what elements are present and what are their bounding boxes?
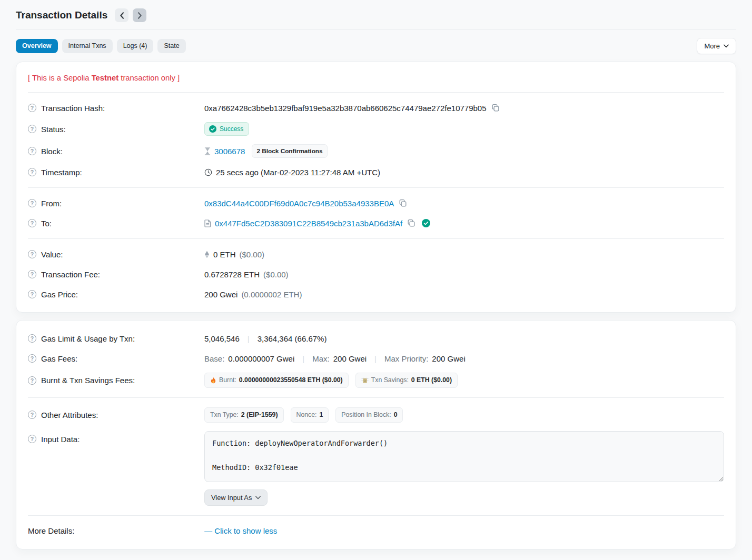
- nonce-badge: Nonce: 1: [291, 407, 329, 423]
- tab-internal-txns[interactable]: Internal Txns: [62, 39, 113, 53]
- page: Transaction Details Overview Internal Tx…: [0, 0, 752, 560]
- transaction-hash-label: Transaction Hash:: [41, 104, 105, 113]
- help-icon[interactable]: ?: [28, 147, 36, 155]
- next-transaction-button[interactable]: [133, 8, 146, 22]
- position-in-block-badge: Position In Block: 0: [335, 407, 403, 423]
- testnet-notice-prefix: [ This is a Sepolia: [28, 74, 92, 82]
- base-fee-label: Base:: [204, 354, 224, 363]
- copy-to-address-button[interactable]: [406, 218, 417, 228]
- input-data-row: ? Input Data: Function: deployNewOperato…: [28, 427, 724, 510]
- other-attributes-label-group: ? Other Attributes:: [28, 411, 204, 419]
- txn-type-label: Txn Type:: [210, 411, 239, 419]
- transaction-footnote: A transaction is a cryptographically sig…: [16, 557, 736, 560]
- timestamp-value: 25 secs ago (Mar-02-2023 11:27:48 AM +UT…: [216, 168, 380, 177]
- more-dropdown-label: More: [704, 42, 720, 50]
- txn-savings-value: 0 ETH ($0.00): [411, 376, 452, 384]
- copy-icon: [407, 219, 415, 227]
- tab-logs[interactable]: Logs (4): [117, 39, 154, 53]
- txn-type-value: 2 (EIP-1559): [241, 411, 278, 419]
- page-header: Transaction Details: [16, 0, 736, 30]
- success-check-icon: [209, 125, 216, 133]
- help-icon[interactable]: ?: [28, 168, 36, 176]
- help-icon[interactable]: ?: [28, 250, 36, 258]
- view-input-as-button[interactable]: View Input As: [204, 489, 268, 506]
- help-icon[interactable]: ?: [28, 270, 36, 278]
- txn-savings-badge: Txn Savings: 0 ETH ($0.00): [355, 373, 458, 388]
- from-row: ? From: 0x83dC44a4C00DFf69d0A0c7c94B20b5…: [28, 193, 724, 213]
- flame-icon: [210, 377, 216, 384]
- divider: [28, 515, 724, 516]
- transaction-hash-row: ? Transaction Hash: 0xa7662428c3b5eb1329…: [28, 98, 724, 118]
- chevron-left-icon: [120, 12, 124, 19]
- page-title: Transaction Details: [16, 9, 107, 21]
- help-icon[interactable]: ?: [28, 334, 36, 343]
- copy-hash-button[interactable]: [490, 103, 501, 113]
- help-icon[interactable]: ?: [28, 125, 36, 133]
- value-amount: 0 ETH: [213, 250, 236, 259]
- more-dropdown-button[interactable]: More: [697, 38, 736, 54]
- transaction-fee-label: Transaction Fee:: [41, 270, 100, 279]
- gas-limit-value: 5,046,546: [204, 334, 240, 343]
- separator: |: [302, 354, 304, 363]
- gas-price-label-group: ? Gas Price:: [28, 290, 204, 299]
- previous-transaction-button[interactable]: [115, 8, 128, 22]
- help-icon[interactable]: ?: [28, 376, 36, 385]
- divider: [28, 92, 724, 93]
- position-in-block-value: 0: [394, 411, 398, 419]
- copy-icon: [491, 104, 500, 112]
- value-label: Value:: [41, 250, 63, 259]
- timestamp-label: Timestamp:: [41, 168, 82, 177]
- contract-icon: [204, 219, 211, 227]
- status-badge-label: Success: [220, 126, 243, 132]
- gas-limit-row: ? Gas Limit & Usage by Txn: 5,046,546 | …: [28, 328, 724, 348]
- max-priority-fee-label: Max Priority:: [384, 354, 428, 363]
- value-label-group: ? Value:: [28, 250, 204, 259]
- input-data-textarea[interactable]: Function: deployNewOperatorAndForwarder(…: [204, 431, 724, 482]
- help-icon[interactable]: ?: [28, 354, 36, 363]
- tab-state[interactable]: State: [157, 39, 185, 53]
- transaction-hash-value: 0xa7662428c3b5eb1329fbaf919e5a32b3870ab6…: [204, 104, 487, 113]
- timestamp-row: ? Timestamp: 25 secs ago (Mar-02-2023 11…: [28, 162, 724, 182]
- nonce-value: 1: [319, 411, 323, 419]
- help-icon[interactable]: ?: [28, 199, 36, 207]
- testnet-notice-suffix: transaction only ]: [118, 74, 180, 82]
- value-row: ? Value: 0 ETH ($0.00): [28, 244, 724, 264]
- more-details-label-group: More Details:: [28, 526, 204, 535]
- block-label: Block:: [41, 147, 63, 156]
- position-in-block-label: Position In Block:: [341, 411, 391, 419]
- chevron-down-icon: [724, 44, 729, 48]
- transaction-fee-row: ? Transaction Fee: 0.6728728 ETH ($0.00): [28, 264, 724, 284]
- gas-used-value: 3,364,364 (66.67%): [258, 334, 327, 343]
- burnt-fees-label-group: ? Burnt & Txn Savings Fees:: [28, 376, 204, 385]
- transaction-fee-label-group: ? Transaction Fee:: [28, 270, 204, 279]
- gas-price-eth: (0.0000002 ETH): [241, 290, 302, 299]
- block-row: ? Block: 3006678 2 Block Confirmations: [28, 140, 724, 162]
- burnt-value: 0.00000000023550548 ETH ($0.00): [239, 376, 343, 384]
- help-icon[interactable]: ?: [28, 411, 36, 419]
- tab-list: Overview Internal Txns Logs (4) State: [16, 39, 186, 53]
- help-icon[interactable]: ?: [28, 219, 36, 227]
- hourglass-icon: [204, 147, 211, 155]
- help-icon[interactable]: ?: [28, 104, 36, 112]
- from-address-link[interactable]: 0x83dC44a4C00DFf69d0A0c7c94B20b53a4933BE…: [204, 199, 394, 208]
- tab-overview[interactable]: Overview: [16, 39, 58, 53]
- txn-type-badge: Txn Type: 2 (EIP-1559): [204, 407, 284, 423]
- block-number-link[interactable]: 3006678: [214, 147, 245, 156]
- copy-from-address-button[interactable]: [398, 198, 408, 208]
- from-label: From:: [41, 199, 62, 208]
- show-less-link[interactable]: — Click to show less: [204, 526, 277, 535]
- help-icon[interactable]: ?: [28, 290, 36, 298]
- burnt-label: Burnt:: [219, 376, 236, 384]
- to-address-link[interactable]: 0x447Fd5eC2D383091C22B8549cb231a3bAD6d3f…: [215, 219, 402, 228]
- gas-fees-label-group: ? Gas Fees:: [28, 354, 204, 363]
- nonce-label: Nonce:: [296, 411, 317, 419]
- money-wings-icon: [361, 377, 369, 384]
- to-row: ? To: 0x447Fd5eC2D383091C22B8549cb231a3b…: [28, 213, 724, 233]
- testnet-notice: [ This is a Sepolia Testnet transaction …: [28, 70, 724, 87]
- max-fee-value: 200 Gwei: [333, 354, 367, 363]
- transaction-fee-usd: ($0.00): [263, 270, 289, 279]
- gas-price-row: ? Gas Price: 200 Gwei (0.0000002 ETH): [28, 284, 724, 304]
- help-icon[interactable]: ?: [28, 435, 36, 443]
- status-badge: Success: [204, 122, 249, 136]
- status-row: ? Status: Success: [28, 118, 724, 140]
